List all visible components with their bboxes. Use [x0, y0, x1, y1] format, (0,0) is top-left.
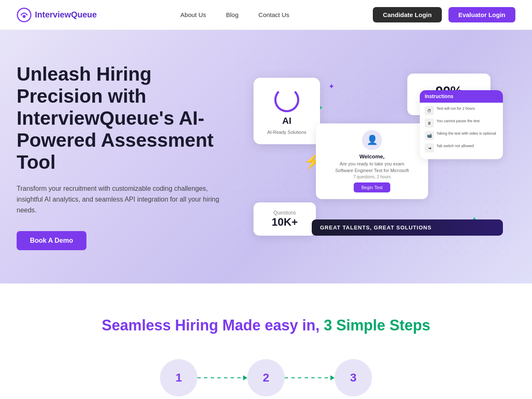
svg-point-1 — [22, 15, 25, 18]
great-talents-banner: GREAT TALENTS, GREAT SOLUTIONS — [312, 219, 503, 236]
steps-row: 1 2 3 — [17, 359, 515, 397]
step-arrow-head-2 — [330, 375, 335, 380]
step-arrow-2 — [285, 375, 335, 380]
welcome-subtitle: Are you ready to take you exam — [323, 161, 421, 166]
candidate-login-button[interactable]: Candidate Login — [373, 7, 442, 22]
tab-icon: ⇥ — [425, 143, 434, 153]
instructions-body: ⏱ Test will run for 2 hours ⏸ You cannot… — [420, 103, 503, 159]
welcome-card: 👤 Welcome, Are you ready to take you exa… — [316, 123, 428, 199]
ai-label: AI — [282, 116, 291, 126]
hero-section: Unleash Hiring Precision with InterviewQ… — [0, 30, 532, 283]
questions-count: 10K+ — [272, 216, 298, 229]
hero-content: Unleash Hiring Precision with InterviewQ… — [17, 63, 233, 250]
video-icon: 📹 — [425, 131, 434, 140]
steps-title: Seamless Hiring Made easy in, 3 Simple S… — [17, 317, 515, 334]
instructions-card: Instructions ⏱ Test will run for 2 hours… — [420, 90, 503, 159]
step-1-circle: 1 — [160, 359, 197, 397]
questions-label: Questions — [273, 210, 296, 216]
logo-text: InterviewQueue — [35, 10, 97, 20]
logo[interactable]: InterviewQueue — [17, 7, 97, 22]
instruction-item-1: ⏱ Test will run for 2 hours — [425, 106, 498, 115]
welcome-title: Welcome, — [323, 153, 421, 160]
sparkle-icon-2: ✦ — [328, 82, 335, 91]
book-demo-button[interactable]: Book A Demo — [17, 231, 86, 250]
step-arrow-line-1 — [197, 377, 243, 378]
step-arrow-head-1 — [243, 375, 247, 380]
instruction-text-3: Taking the test with video is optional — [436, 131, 496, 136]
nav-item-about[interactable]: About Us — [180, 11, 206, 19]
begin-test-button[interactable]: Begin Test — [354, 182, 390, 192]
pause-icon: ⏸ — [425, 118, 434, 128]
welcome-avatar-icon: 👤 — [362, 130, 382, 150]
hero-title: Unleash Hiring Precision with InterviewQ… — [17, 63, 233, 173]
instruction-item-3: 📹 Taking the test with video is optional — [425, 131, 498, 140]
nav-item-blog[interactable]: Blog — [226, 11, 239, 19]
steps-section: Seamless Hiring Made easy in, 3 Simple S… — [0, 283, 532, 399]
instruction-text-4: Tab switch not allowed — [436, 143, 474, 149]
welcome-test-detail: 7 questions, 2 hours — [323, 175, 421, 179]
ai-sublabel: AI-Ready Solutions — [267, 130, 306, 135]
nav-buttons: Candidate Login Evaluator Login — [373, 7, 515, 22]
instruction-text-2: You cannot pause the test — [436, 118, 480, 124]
steps-title-part2: 3 Simple Steps — [324, 317, 430, 334]
steps-title-part1: Seamless Hiring Made easy in, — [102, 317, 320, 334]
nav-item-contact[interactable]: Contact Us — [259, 11, 289, 19]
instruction-item-4: ⇥ Tab switch not allowed — [425, 143, 498, 153]
hero-visual: AI AI-Ready Solutions 90% Time saving 👤 … — [233, 57, 515, 256]
nav-links: About Us Blog Contact Us — [180, 11, 289, 19]
step-3-circle: 3 — [335, 359, 372, 397]
ai-card: AI AI-Ready Solutions — [254, 78, 320, 144]
navbar: InterviewQueue About Us Blog Contact Us … — [0, 0, 532, 30]
step-arrow-line-2 — [285, 377, 330, 378]
welcome-test-name: Software Engineer Test for Microsoft — [323, 168, 421, 173]
logo-icon — [17, 7, 32, 22]
step-2-circle: 2 — [247, 359, 285, 397]
instructions-header: Instructions — [420, 90, 503, 103]
clock-icon: ⏱ — [425, 106, 434, 115]
step-arrow-1 — [197, 375, 247, 380]
questions-card: Questions 10K+ — [254, 202, 316, 236]
hero-subtitle: Transform your recruitment with customiz… — [17, 183, 220, 216]
instruction-text-1: Test will run for 2 hours — [436, 106, 475, 111]
instruction-item-2: ⏸ You cannot pause the test — [425, 118, 498, 128]
evaluator-login-button[interactable]: Evaluator Login — [448, 7, 515, 22]
ai-circle-icon — [274, 87, 299, 112]
